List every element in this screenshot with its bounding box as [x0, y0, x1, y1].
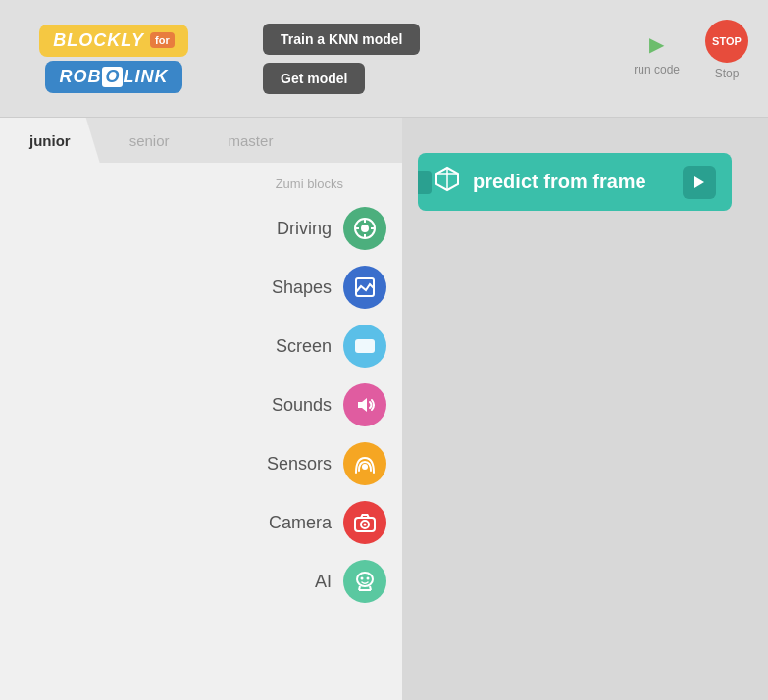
- sidebar-item-driving[interactable]: Driving: [0, 199, 402, 258]
- predict-label: predict from frame: [473, 171, 671, 193]
- play-icon[interactable]: ▶: [638, 29, 677, 59]
- tab-senior[interactable]: senior: [100, 118, 199, 163]
- stop-button[interactable]: STOP: [705, 20, 748, 63]
- sidebar-items-list: Driving Shapes Screen Sounds Sensors Cam…: [0, 199, 402, 611]
- svg-point-17: [361, 577, 364, 580]
- tab-junior[interactable]: junior: [0, 118, 100, 163]
- sidebar-icon-screen: [343, 325, 386, 368]
- predict-box-icon: [434, 165, 461, 199]
- stop-controls: STOP Stop: [705, 20, 748, 80]
- sidebar-item-label-sensors: Sensors: [267, 454, 332, 475]
- sidebar-icon-camera: [343, 501, 386, 544]
- sidebar-item-sensors[interactable]: Sensors: [0, 434, 402, 493]
- tabs: junior senior master: [0, 118, 402, 163]
- sidebar-icon-sounds: [343, 383, 386, 426]
- predict-arrow-right-icon: [683, 166, 716, 199]
- robolink-logo: ROB O LINK: [45, 61, 181, 93]
- sidebar-item-ai[interactable]: AI: [0, 552, 402, 611]
- svg-marker-8: [358, 398, 367, 412]
- sidebar-item-label-camera: Camera: [269, 513, 332, 533]
- sidebar-item-label-sounds: Sounds: [272, 395, 332, 416]
- train-knn-button[interactable]: Train a KNN model: [263, 24, 420, 55]
- logo-area: BLOCKLY for ROB O LINK: [16, 25, 212, 93]
- sidebar-item-label-screen: Screen: [276, 336, 332, 357]
- sidebar-icon-ai: [343, 560, 386, 603]
- run-code-label: run code: [634, 63, 680, 76]
- svg-rect-6: [356, 278, 374, 296]
- sidebar-item-label-shapes: Shapes: [272, 277, 332, 298]
- toolbar-area: Train a KNN model Get model: [263, 24, 420, 94]
- svg-point-1: [361, 225, 369, 232]
- right-panel: predict from frame: [402, 118, 768, 700]
- sidebar-icon-sensors: [343, 442, 386, 485]
- top-bar: BLOCKLY for ROB O LINK Train a KNN model…: [0, 0, 768, 118]
- svg-point-12: [364, 524, 367, 526]
- svg-point-18: [367, 577, 370, 580]
- sidebar-item-label-ai: AI: [315, 572, 332, 592]
- link-text: LINK: [124, 67, 169, 87]
- section-label: Zumi blocks: [0, 173, 402, 199]
- run-controls: ▶ run code: [634, 29, 680, 76]
- predict-left-notch: [418, 171, 432, 194]
- sidebar-item-screen[interactable]: Screen: [0, 317, 402, 375]
- o-box: O: [102, 67, 122, 87]
- sidebar-item-sounds[interactable]: Sounds: [0, 375, 402, 434]
- svg-rect-7: [355, 339, 375, 353]
- sidebar-item-label-driving: Driving: [277, 219, 332, 239]
- robo-text: ROB: [59, 67, 101, 87]
- blockly-logo: BLOCKLY for: [39, 25, 187, 57]
- sidebar-content: Zumi blocks Driving Shapes Screen Sounds…: [0, 163, 402, 700]
- predict-block[interactable]: predict from frame: [418, 153, 732, 211]
- stop-label: Stop: [715, 67, 740, 80]
- svg-point-9: [362, 464, 368, 470]
- for-text: for: [150, 32, 175, 48]
- sidebar: junior senior master Zumi blocks Driving…: [0, 118, 402, 700]
- main-content: junior senior master Zumi blocks Driving…: [0, 118, 768, 700]
- sidebar-icon-shapes: [343, 266, 386, 309]
- sidebar-item-camera[interactable]: Camera: [0, 493, 402, 552]
- svg-marker-22: [694, 176, 704, 188]
- blockly-text: BLOCKLY: [53, 30, 144, 51]
- get-model-button[interactable]: Get model: [263, 63, 365, 94]
- tab-master[interactable]: master: [199, 118, 303, 163]
- sidebar-item-shapes[interactable]: Shapes: [0, 258, 402, 317]
- sidebar-icon-driving: [343, 207, 386, 250]
